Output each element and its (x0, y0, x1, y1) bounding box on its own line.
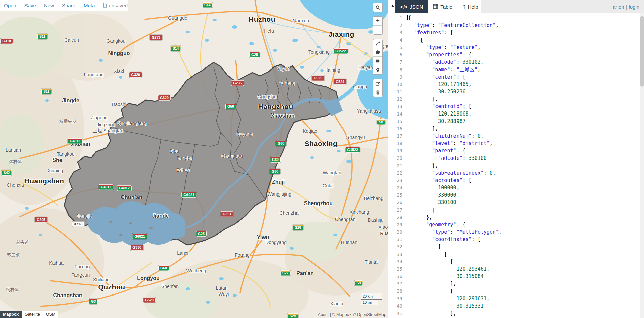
draw-marker-button[interactable] (373, 65, 382, 74)
code-line[interactable]: 120.291631, (408, 295, 490, 302)
search-button[interactable] (373, 3, 382, 12)
code-line[interactable]: }, (408, 214, 432, 221)
code-line[interactable]: 30.315084 (408, 273, 484, 280)
zoom-in-button[interactable]: + (373, 17, 382, 26)
tab-help[interactable]: ?Help (458, 0, 483, 13)
code-line[interactable]: 120.293461, (408, 265, 490, 273)
line-number: 41 (397, 310, 402, 317)
code-line[interactable]: [ (408, 243, 441, 251)
line-number: 18 (397, 140, 402, 147)
code-line[interactable]: [ (408, 251, 447, 258)
map-attribution[interactable]: About | © Mapbox © OpenStreetMap (318, 312, 386, 317)
editor-gutter: 1234567891011121314151617181920212223242… (388, 13, 406, 318)
line-number: 14 (397, 110, 402, 118)
code-line[interactable]: "coordinates": [ (408, 236, 481, 243)
code-line[interactable]: "level": "district", (408, 140, 493, 147)
code-line[interactable]: 30.288987 (408, 118, 466, 125)
code-line[interactable]: "parent": { (408, 147, 466, 154)
new-button[interactable]: New (44, 3, 54, 8)
basemap-satellite-button[interactable]: Satellite (22, 311, 43, 318)
code-line[interactable]: 120.171465, (408, 81, 472, 88)
code-line[interactable]: 100000, (408, 184, 460, 191)
tab-table[interactable]: Table (428, 0, 458, 13)
code-line[interactable]: "geometry": { (408, 221, 466, 228)
line-number: 16 (397, 125, 402, 132)
line-number: 32 (397, 243, 402, 251)
code-line[interactable]: "centroid": [ (408, 103, 472, 110)
json-code-editor[interactable]: 1234567891011121314151617181920212223242… (388, 13, 640, 318)
code-line[interactable]: ], (408, 95, 438, 103)
code-line[interactable]: "childrenNum": 0, (408, 132, 484, 140)
auth-separator: | (626, 4, 627, 10)
geojson-editor-app: HangzhouShaoxingHuzhouJiaxingQuzhouHuang… (0, 0, 644, 318)
editor-scrollbar-thumb[interactable] (640, 16, 644, 87)
map-pane[interactable]: HangzhouShaoxingHuzhouJiaxingQuzhouHuang… (0, 0, 388, 318)
line-number: 3 (400, 29, 402, 36)
line-number: 34 (397, 258, 402, 265)
user-link[interactable]: anon (613, 4, 624, 10)
search-icon (375, 5, 380, 10)
scale-mi: 10 mi (361, 299, 378, 305)
map-canvas[interactable] (0, 0, 388, 318)
code-line[interactable]: "center": [ (408, 73, 466, 81)
map-controls: +− (373, 3, 383, 101)
code-line[interactable]: "acroutes": [ (408, 177, 472, 184)
code-line[interactable]: { (408, 36, 423, 44)
save-button[interactable]: Save (24, 3, 36, 8)
basemap-mapbox-button[interactable]: Mapbox (0, 311, 22, 318)
open-button[interactable]: Open (4, 3, 16, 8)
line-number: 11 (397, 88, 402, 95)
tab-json[interactable]: </>JSON (395, 0, 428, 13)
line-number: 27 (397, 206, 402, 214)
code-line[interactable]: ] (408, 206, 435, 214)
delete-feature-button[interactable] (373, 88, 382, 97)
file-menu: OpenSaveNewShareMetaunsaved (0, 0, 128, 11)
line-number: 24 (397, 184, 402, 191)
code-line[interactable]: "adcode": 330100 (408, 154, 487, 162)
zoom-control-group: +− (373, 16, 383, 35)
line-number: 17 (397, 132, 402, 140)
code-line[interactable]: }, (408, 162, 438, 169)
code-line[interactable]: [ (408, 258, 453, 265)
line-icon (375, 41, 380, 46)
code-line[interactable]: "subFeatureIndex": 0, (408, 169, 496, 177)
line-number: 35 (397, 265, 402, 273)
editor-cursor (407, 15, 408, 20)
draw-rectangle-button[interactable] (373, 57, 382, 65)
zoom-out-button[interactable]: − (373, 26, 382, 34)
code-line[interactable]: "type": "Feature", (408, 44, 481, 51)
code-line[interactable]: 330100 (408, 199, 457, 206)
draw-line-button[interactable] (373, 39, 382, 48)
line-number: 22 (397, 169, 402, 177)
polygon-icon (375, 50, 380, 55)
editor-scrollbar[interactable] (640, 13, 644, 318)
code-line[interactable]: "name": "上城区", (408, 66, 481, 73)
line-number: 6 (400, 51, 402, 58)
code-line[interactable]: "type": "MultiPolygon", (408, 228, 502, 236)
code-line[interactable]: 30.315331 (408, 302, 484, 310)
code-line[interactable]: "adcode": 330102, (408, 58, 484, 66)
code-line[interactable]: { (408, 14, 411, 21)
code-line[interactable]: "features": [ (408, 29, 453, 36)
collapse-panel-button[interactable]: ▲ (390, 3, 396, 7)
line-number: 15 (397, 118, 402, 125)
code-line[interactable]: ], (408, 280, 457, 287)
code-line[interactable]: [ (408, 287, 453, 295)
code-line[interactable]: ], (408, 125, 438, 132)
basemap-osm-button[interactable]: OSM (43, 311, 58, 318)
line-number: 25 (397, 191, 402, 199)
draw-polygon-button[interactable] (373, 48, 382, 57)
meta-button[interactable]: Meta (84, 3, 95, 8)
code-line[interactable]: 30.250236 (408, 88, 466, 95)
line-number: 29 (397, 221, 402, 228)
question-icon: ? (463, 4, 466, 10)
share-button[interactable]: Share (62, 3, 75, 8)
login-link[interactable]: login (629, 4, 639, 10)
draw-control-group (373, 39, 383, 75)
code-line[interactable]: 330000, (408, 191, 460, 199)
code-line[interactable]: ], (408, 310, 457, 317)
edit-feature-button[interactable] (373, 79, 382, 88)
code-line[interactable]: "properties": { (408, 51, 472, 58)
code-line[interactable]: "type": "FeatureCollection", (408, 21, 499, 29)
code-line[interactable]: 120.219068, (408, 110, 472, 118)
